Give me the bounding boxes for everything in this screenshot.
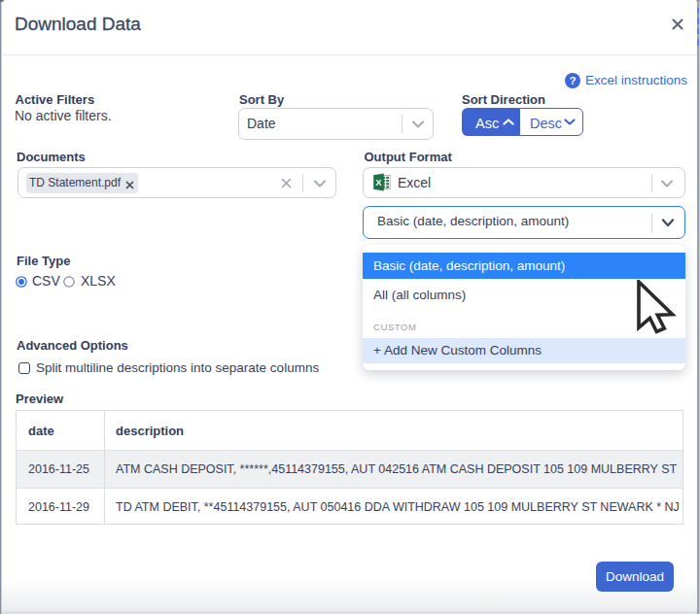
svg-text:X: X <box>375 177 382 188</box>
svg-text:?: ? <box>570 75 577 86</box>
